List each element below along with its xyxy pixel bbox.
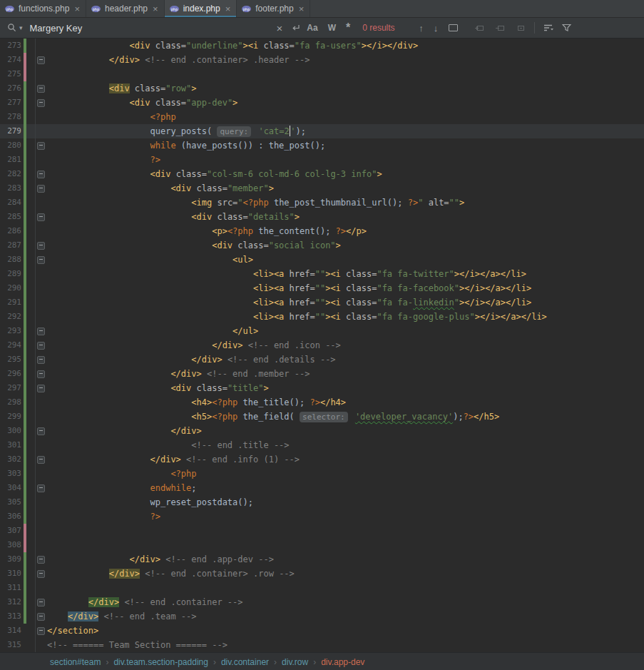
add-occurrence-icon[interactable]	[475, 24, 484, 32]
code-line-315[interactable]: 315<!-- ====== Team Section ====== -->	[0, 638, 644, 652]
breadcrumb-item-div.team.section-padding[interactable]: div.team.section-padding	[113, 657, 208, 667]
breadcrumb-item-section#team[interactable]: section#team	[50, 657, 101, 667]
fold-marker-icon[interactable]	[37, 599, 45, 606]
line-number: 297	[0, 381, 21, 395]
code-line-295[interactable]: 295 </div> <!-- end .details -->	[0, 352, 644, 367]
multiline-toggle-icon[interactable]	[291, 24, 300, 32]
code-line-302[interactable]: 302 </div> <!-- end .info (1) -->	[0, 452, 644, 467]
code-line-284[interactable]: 284 <img src="<?php the_post_thumbnail_u…	[0, 196, 644, 210]
code-line-293[interactable]: 293 </ul>	[0, 324, 644, 338]
regex-toggle-icon[interactable]: *	[346, 24, 350, 31]
code-line-281[interactable]: 281 ?>	[0, 153, 644, 167]
code-line-280[interactable]: 280 while (have_posts()) : the_post();	[0, 138, 644, 153]
fold-marker-icon[interactable]	[37, 356, 45, 364]
tab-close-icon[interactable]: ×	[225, 4, 231, 14]
code-line-300[interactable]: 300 </div>	[0, 424, 644, 438]
code-line-279[interactable]: 279 query_posts( query: 'cat=2');	[0, 124, 644, 138]
filter-results-icon[interactable]	[562, 24, 571, 32]
select-all-occurrences-icon[interactable]	[449, 24, 458, 31]
code-line-309[interactable]: 309 </div> <!-- end .app-dev -->	[0, 552, 644, 567]
code-line-305[interactable]: 305 wp_reset_postdata();	[0, 495, 644, 509]
tab-functions.php[interactable]: phpfunctions.php×	[0, 0, 86, 17]
fold-marker-icon[interactable]	[37, 556, 45, 564]
code-line-303[interactable]: 303 <?php	[0, 467, 644, 481]
fold-marker-icon[interactable]	[37, 627, 45, 635]
code-line-301[interactable]: 301 <!-- end .title -->	[0, 438, 644, 452]
code-line-291[interactable]: 291 <li><a href=""><i class="fa fa-linke…	[0, 295, 644, 310]
fold-marker-icon[interactable]	[37, 185, 45, 193]
fold-marker-icon[interactable]	[37, 256, 45, 264]
tab-index.php[interactable]: phpindex.php×	[165, 0, 237, 17]
tab-header.php[interactable]: phpheader.php×	[86, 0, 165, 17]
code-line-277[interactable]: 277 <div class="app-dev">	[0, 96, 644, 110]
code-line-290[interactable]: 290 <li><a href=""><i class="fa fa-faceb…	[0, 281, 644, 295]
fold-marker-icon[interactable]	[37, 385, 45, 392]
fold-marker-icon[interactable]	[37, 570, 45, 578]
editor[interactable]: 273 <div class="underline"><i class="fa …	[0, 39, 644, 652]
code-line-294[interactable]: 294 </div> <!-- end .icon -->	[0, 338, 644, 352]
tab-close-icon[interactable]: ×	[74, 4, 80, 14]
code-line-306[interactable]: 306 ?>	[0, 509, 644, 524]
fold-marker-icon[interactable]	[37, 56, 45, 64]
code-line-304[interactable]: 304 endwhile;	[0, 481, 644, 495]
code-line-314[interactable]: 314</section>	[0, 624, 644, 638]
unselect-occurrence-icon[interactable]	[496, 24, 505, 32]
code-line-310[interactable]: 310 </div> <!-- end .container> .row -->	[0, 567, 644, 581]
code-line-299[interactable]: 299 <h5><?php the_field( selector: 'deve…	[0, 410, 644, 424]
breadcrumb-item-div.app-dev[interactable]: div.app-dev	[321, 657, 364, 667]
search-history-dropdown-icon[interactable]: ▾	[19, 24, 23, 31]
fold-marker-icon[interactable]	[37, 142, 45, 150]
code-line-312[interactable]: 312 </div> <!-- end .container -->	[0, 595, 644, 609]
code-text: ?>	[46, 153, 160, 167]
fold-marker-icon[interactable]	[37, 213, 45, 221]
code-line-285[interactable]: 285 <div class="details">	[0, 210, 644, 224]
exclude-occurrence-icon[interactable]	[516, 24, 526, 32]
code-line-307[interactable]: 307	[0, 524, 644, 538]
fold-marker-icon[interactable]	[37, 99, 45, 107]
tab-close-icon[interactable]: ×	[153, 4, 158, 14]
code-line-289[interactable]: 289 <li><a href=""><i class="fa fa-twitt…	[0, 267, 644, 281]
code-text	[46, 538, 47, 552]
fold-gutter	[35, 467, 46, 481]
code-line-287[interactable]: 287 <div class="social icon">	[0, 238, 644, 253]
code-line-308[interactable]: 308	[0, 538, 644, 552]
search-icon[interactable]	[7, 23, 17, 33]
code-line-275[interactable]: 275	[0, 67, 644, 81]
fold-marker-icon[interactable]	[37, 171, 45, 178]
fold-marker-icon[interactable]	[37, 85, 45, 93]
code-line-274[interactable]: 274 </div> <!-- end .container> .header …	[0, 53, 644, 67]
tab-footer.php[interactable]: phpfooter.php×	[237, 0, 310, 17]
breadcrumb-item-div.container[interactable]: div.container	[221, 657, 269, 667]
filter-lines-icon[interactable]	[543, 24, 553, 32]
fold-marker-icon[interactable]	[37, 370, 45, 378]
clear-search-icon[interactable]: ×	[277, 23, 283, 34]
code-line-298[interactable]: 298 <h4><?php the_title(); ?></h4>	[0, 395, 644, 410]
code-line-297[interactable]: 297 <div class="title">	[0, 381, 644, 395]
code-line-288[interactable]: 288 <ul>	[0, 253, 644, 267]
breadcrumb-item-div.row[interactable]: div.row	[282, 657, 308, 667]
fold-marker-icon[interactable]	[37, 613, 45, 621]
code-line-292[interactable]: 292 <li><a href=""><i class="fa fa-googl…	[0, 310, 644, 324]
fold-marker-icon[interactable]	[37, 242, 45, 250]
code-line-278[interactable]: 278 <?php	[0, 110, 644, 124]
fold-marker-icon[interactable]	[37, 427, 45, 435]
code-line-273[interactable]: 273 <div class="underline"><i class="fa …	[0, 39, 644, 53]
code-line-313[interactable]: 313 </div> <!-- end .team -->	[0, 609, 644, 624]
fold-marker-icon[interactable]	[37, 342, 45, 350]
match-case-toggle[interactable]: Aa	[307, 23, 317, 33]
previous-occurrence-icon[interactable]: ↑	[419, 23, 424, 34]
tab-close-icon[interactable]: ×	[299, 4, 305, 14]
fold-marker-icon[interactable]	[37, 484, 45, 492]
code-line-311[interactable]: 311	[0, 581, 644, 595]
code-line-296[interactable]: 296 </div> <!-- end .member -->	[0, 367, 644, 381]
line-number: 284	[0, 196, 21, 210]
fold-marker-icon[interactable]	[37, 456, 45, 464]
code-line-276[interactable]: 276 <div class="row">	[0, 81, 644, 96]
code-line-282[interactable]: 282 <div class="col-sm-6 col-md-6 col-lg…	[0, 167, 644, 181]
code-line-286[interactable]: 286 <p><?php the_content(); ?></p>	[0, 224, 644, 238]
fold-marker-icon[interactable]	[37, 328, 45, 335]
code-line-283[interactable]: 283 <div class="member">	[0, 181, 644, 196]
search-input[interactable]	[29, 22, 274, 34]
next-occurrence-icon[interactable]: ↓	[434, 23, 439, 34]
whole-words-toggle[interactable]: W	[328, 23, 336, 33]
